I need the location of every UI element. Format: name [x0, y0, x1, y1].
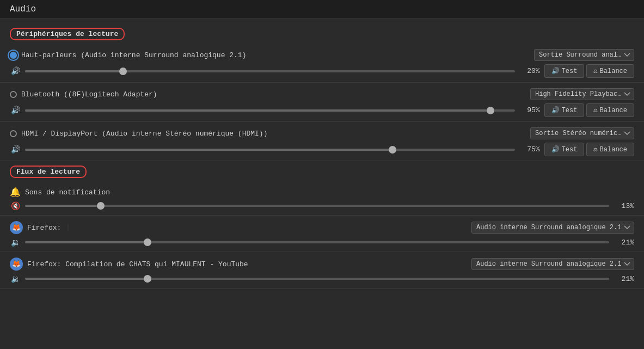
flux-section-label: Flux de lecture [10, 166, 87, 178]
device-header-0: Haut-parleurs (Audio interne Surround an… [10, 46, 634, 63]
device-speaker-icon-2: 🔊 [10, 145, 21, 154]
device-balance-btn-2[interactable]: ⚖ Balance [586, 143, 634, 156]
device-profile-select-1[interactable]: High Fidelity Playbac… [530, 88, 634, 100]
stream-slider-thumb-1[interactable] [144, 238, 151, 246]
peripheriques-section-label: Périphériques de lecture [10, 28, 125, 40]
stream-name-1: Firefox: [27, 224, 61, 232]
stream-row-1: 🦊 Firefox: Audio interne Surround analog… [0, 216, 644, 252]
stream-slider-1[interactable] [25, 237, 609, 247]
device-btn-group-2: 🔊 Test ⚖ Balance [544, 143, 634, 156]
device-row-0: Haut-parleurs (Audio interne Surround an… [0, 44, 644, 83]
device-header-1: Bluetooth ((8F)Logitech Adapter) High Fi… [10, 85, 634, 102]
stream-slider-track-0 [25, 205, 609, 207]
stream-header-2: 🦊 Firefox: Compilation de CHATS qui MIAU… [10, 254, 634, 273]
devices-container: Haut-parleurs (Audio interne Surround an… [0, 44, 644, 161]
device-slider-1[interactable] [25, 106, 515, 115]
device-volume-row-0: 🔊 20% 🔊 Test ⚖ Balance [10, 63, 634, 81]
stream-slider-2[interactable] [25, 274, 609, 284]
stream-header-0: 🔔 Sons de notification [10, 183, 634, 200]
device-slider-thumb-0[interactable] [119, 68, 127, 75]
device-name-1: Bluetooth ((8F)Logitech Adapter) [21, 90, 157, 99]
stream-name-wrap-2: 🦊 Firefox: Compilation de CHATS qui MIAU… [10, 258, 248, 271]
device-volume-pct-0: 20% [519, 67, 540, 75]
device-btn-group-0: 🔊 Test ⚖ Balance [544, 64, 634, 78]
stream-slider-thumb-0[interactable] [97, 202, 105, 210]
stream-volume-row-2: 🔉 21% [10, 273, 634, 287]
device-profile-select-0[interactable]: Sortie Surround anal… [534, 49, 634, 61]
device-radio-2[interactable] [10, 130, 17, 137]
device-row-2: HDMI / DisplayPort (Audio interne Stéréo… [0, 122, 644, 161]
device-balance-btn-1[interactable]: ⚖ Balance [586, 103, 634, 117]
stream-volume-pct-1: 21% [614, 238, 634, 247]
device-name-0: Haut-parleurs (Audio interne Surround an… [21, 51, 246, 59]
stream-volume-row-1: 🔉 21% [10, 236, 634, 250]
device-row-1: Bluetooth ((8F)Logitech Adapter) High Fi… [0, 83, 644, 122]
stream-volume-pct-0: 13% [614, 202, 634, 210]
flux-app-icon-1: 🦊 [10, 221, 23, 234]
device-slider-fill-1 [25, 109, 490, 112]
firefox-icon-2: 🦊 [12, 260, 21, 268]
device-test-btn-1[interactable]: 🔊 Test [544, 103, 585, 117]
device-radio-1[interactable] [10, 91, 17, 98]
stream-select-1[interactable]: Audio interne Surround analogique 2.1 [471, 222, 634, 234]
device-volume-pct-1: 95% [519, 106, 540, 114]
bell-icon-0: 🔔 [10, 187, 21, 198]
device-volume-pct-2: 75% [519, 145, 540, 154]
device-name-wrap-1: Bluetooth ((8F)Logitech Adapter) [10, 90, 157, 99]
device-name-2: HDMI / DisplayPort (Audio interne Stéréo… [21, 130, 267, 138]
device-radio-0[interactable] [10, 52, 17, 59]
test-icon-2: 🔊 [551, 145, 560, 154]
content-area: Périphériques de lecture Haut-parleurs (… [0, 19, 644, 293]
stream-speaker-icon-2: 🔉 [10, 274, 21, 284]
stream-name-wrap-1: 🦊 Firefox: [10, 221, 71, 234]
device-test-btn-2[interactable]: 🔊 Test [544, 143, 585, 156]
test-icon-0: 🔊 [551, 67, 560, 75]
balance-icon-0: ⚖ [593, 67, 597, 75]
device-name-wrap-0: Haut-parleurs (Audio interne Surround an… [10, 51, 246, 59]
device-slider-thumb-2[interactable] [389, 146, 396, 154]
stream-row-2: 🦊 Firefox: Compilation de CHATS qui MIAU… [0, 252, 644, 289]
device-slider-track-1 [25, 109, 515, 112]
device-name-wrap-2: HDMI / DisplayPort (Audio interne Stéréo… [10, 130, 267, 138]
page-title: Audio [0, 0, 644, 19]
device-slider-0[interactable] [25, 66, 515, 76]
test-icon-1: 🔊 [551, 106, 560, 114]
stream-progress-bar-1 [68, 224, 69, 231]
stream-slider-fill-1 [25, 241, 148, 243]
device-slider-thumb-1[interactable] [487, 107, 494, 114]
stream-volume-row-0: 🔇 13% [10, 200, 634, 214]
flux-app-icon-2: 🦊 [10, 258, 23, 271]
stream-slider-fill-2 [25, 278, 148, 280]
device-slider-track-2 [25, 149, 515, 151]
stream-slider-fill-0 [25, 205, 101, 207]
stream-name-wrap-0: 🔔 Sons de notification [10, 187, 110, 198]
device-slider-2[interactable] [25, 145, 515, 155]
stream-row-0: 🔔 Sons de notification 🔇 13% [0, 181, 644, 216]
streams-container: 🔔 Sons de notification 🔇 13% 🦊 Firefox: [0, 181, 644, 289]
stream-slider-0[interactable] [25, 201, 609, 211]
device-speaker-icon-0: 🔊 [10, 66, 21, 76]
device-btn-group-1: 🔊 Test ⚖ Balance [544, 103, 634, 117]
device-profile-select-2[interactable]: Sortie Stéréo numéric… [530, 127, 634, 139]
stream-speaker-icon-1: 🔉 [10, 238, 21, 247]
device-header-2: HDMI / DisplayPort (Audio interne Stéréo… [10, 124, 634, 142]
stream-speaker-icon-0: 🔇 [10, 201, 21, 211]
stream-slider-thumb-2[interactable] [144, 275, 151, 283]
stream-name-0: Sons de notification [25, 188, 110, 197]
balance-icon-1: ⚖ [593, 106, 597, 114]
stream-slider-track-2 [25, 278, 609, 280]
device-balance-btn-0[interactable]: ⚖ Balance [586, 64, 634, 78]
device-volume-row-2: 🔊 75% 🔊 Test ⚖ Balance [10, 142, 634, 160]
stream-slider-track-1 [25, 241, 609, 243]
device-slider-fill-2 [25, 149, 392, 151]
device-slider-fill-0 [25, 70, 123, 72]
device-speaker-icon-1: 🔊 [10, 106, 21, 115]
stream-header-1: 🦊 Firefox: Audio interne Surround analog… [10, 218, 634, 236]
device-volume-row-1: 🔊 95% 🔊 Test ⚖ Balance [10, 102, 634, 120]
stream-name-2: Firefox: Compilation de CHATS qui MIAULE… [27, 260, 248, 268]
device-slider-track-0 [25, 70, 515, 72]
balance-icon-2: ⚖ [593, 145, 597, 154]
stream-select-2[interactable]: Audio interne Surround analogique 2.1 [471, 258, 634, 270]
stream-volume-pct-2: 21% [614, 275, 634, 283]
device-test-btn-0[interactable]: 🔊 Test [544, 64, 585, 78]
